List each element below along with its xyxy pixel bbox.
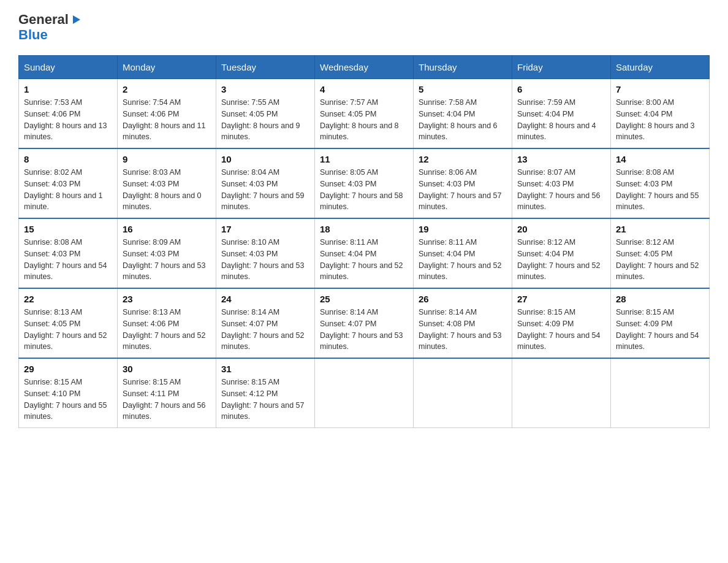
calendar-week-row: 1Sunrise: 7:53 AMSunset: 4:06 PMDaylight… — [19, 79, 710, 149]
day-number: 8 — [24, 154, 112, 164]
day-number: 16 — [123, 224, 211, 234]
day-number: 29 — [24, 364, 112, 374]
day-number: 30 — [123, 364, 211, 374]
day-info: Sunrise: 7:54 AMSunset: 4:06 PMDaylight:… — [123, 97, 211, 143]
day-of-week-header: Wednesday — [315, 56, 414, 79]
day-number: 20 — [517, 224, 605, 234]
day-of-week-header: Monday — [118, 56, 216, 79]
day-info: Sunrise: 8:10 AMSunset: 4:03 PMDaylight:… — [221, 237, 309, 283]
day-info: Sunrise: 7:55 AMSunset: 4:05 PMDaylight:… — [221, 97, 309, 143]
calendar-cell: 19Sunrise: 8:11 AMSunset: 4:04 PMDayligh… — [414, 218, 512, 288]
calendar-cell: 2Sunrise: 7:54 AMSunset: 4:06 PMDaylight… — [118, 79, 216, 149]
calendar-cell: 9Sunrise: 8:03 AMSunset: 4:03 PMDaylight… — [118, 148, 216, 218]
day-info: Sunrise: 8:04 AMSunset: 4:03 PMDaylight:… — [221, 167, 309, 213]
calendar-header-row: SundayMondayTuesdayWednesdayThursdayFrid… — [19, 56, 710, 79]
calendar-cell — [315, 358, 414, 428]
day-info: Sunrise: 8:00 AMSunset: 4:04 PMDaylight:… — [616, 97, 704, 143]
calendar-cell: 11Sunrise: 8:05 AMSunset: 4:03 PMDayligh… — [315, 148, 414, 218]
day-info: Sunrise: 7:57 AMSunset: 4:05 PMDaylight:… — [320, 97, 408, 143]
page-header: General Blue — [18, 12, 710, 43]
day-info: Sunrise: 8:15 AMSunset: 4:12 PMDaylight:… — [221, 377, 309, 423]
calendar-cell: 8Sunrise: 8:02 AMSunset: 4:03 PMDaylight… — [19, 148, 118, 218]
day-info: Sunrise: 7:53 AMSunset: 4:06 PMDaylight:… — [24, 97, 112, 143]
calendar-cell — [414, 358, 512, 428]
calendar-cell: 31Sunrise: 8:15 AMSunset: 4:12 PMDayligh… — [216, 358, 315, 428]
day-info: Sunrise: 8:14 AMSunset: 4:08 PMDaylight:… — [419, 307, 507, 353]
day-of-week-header: Thursday — [414, 56, 512, 79]
day-of-week-header: Friday — [512, 56, 611, 79]
day-number: 31 — [221, 364, 309, 374]
calendar-cell: 24Sunrise: 8:14 AMSunset: 4:07 PMDayligh… — [216, 288, 315, 358]
day-info: Sunrise: 8:13 AMSunset: 4:06 PMDaylight:… — [123, 307, 211, 353]
calendar-cell: 6Sunrise: 7:59 AMSunset: 4:04 PMDaylight… — [512, 79, 611, 149]
day-number: 28 — [616, 294, 704, 304]
day-number: 3 — [221, 84, 309, 94]
day-info: Sunrise: 8:15 AMSunset: 4:09 PMDaylight:… — [616, 307, 704, 353]
day-info: Sunrise: 8:06 AMSunset: 4:03 PMDaylight:… — [419, 167, 507, 213]
day-info: Sunrise: 8:08 AMSunset: 4:03 PMDaylight:… — [24, 237, 112, 283]
calendar-cell: 20Sunrise: 8:12 AMSunset: 4:04 PMDayligh… — [512, 218, 611, 288]
day-number: 21 — [616, 224, 704, 234]
calendar-cell: 10Sunrise: 8:04 AMSunset: 4:03 PMDayligh… — [216, 148, 315, 218]
day-info: Sunrise: 8:15 AMSunset: 4:11 PMDaylight:… — [123, 377, 211, 423]
day-info: Sunrise: 8:11 AMSunset: 4:04 PMDaylight:… — [419, 237, 507, 283]
calendar-cell: 28Sunrise: 8:15 AMSunset: 4:09 PMDayligh… — [611, 288, 710, 358]
day-number: 18 — [320, 224, 408, 234]
day-number: 26 — [419, 294, 507, 304]
day-info: Sunrise: 8:08 AMSunset: 4:03 PMDaylight:… — [616, 167, 704, 213]
day-number: 23 — [123, 294, 211, 304]
day-info: Sunrise: 8:03 AMSunset: 4:03 PMDaylight:… — [123, 167, 211, 213]
calendar-cell: 21Sunrise: 8:12 AMSunset: 4:05 PMDayligh… — [611, 218, 710, 288]
day-info: Sunrise: 8:11 AMSunset: 4:04 PMDaylight:… — [320, 237, 408, 283]
calendar-cell: 1Sunrise: 7:53 AMSunset: 4:06 PMDaylight… — [19, 79, 118, 149]
day-number: 5 — [419, 84, 507, 94]
svg-marker-0 — [73, 15, 80, 24]
day-number: 1 — [24, 84, 112, 94]
calendar-week-row: 15Sunrise: 8:08 AMSunset: 4:03 PMDayligh… — [19, 218, 710, 288]
day-info: Sunrise: 8:13 AMSunset: 4:05 PMDaylight:… — [24, 307, 112, 353]
day-info: Sunrise: 8:12 AMSunset: 4:04 PMDaylight:… — [517, 237, 605, 283]
calendar-cell: 7Sunrise: 8:00 AMSunset: 4:04 PMDaylight… — [611, 79, 710, 149]
logo: General Blue — [18, 12, 83, 43]
day-number: 10 — [221, 154, 309, 164]
day-number: 13 — [517, 154, 605, 164]
logo-blue: Blue — [18, 27, 48, 43]
day-info: Sunrise: 8:07 AMSunset: 4:03 PMDaylight:… — [517, 167, 605, 213]
day-number: 22 — [24, 294, 112, 304]
day-info: Sunrise: 8:09 AMSunset: 4:03 PMDaylight:… — [123, 237, 211, 283]
day-number: 9 — [123, 154, 211, 164]
day-info: Sunrise: 8:14 AMSunset: 4:07 PMDaylight:… — [320, 307, 408, 353]
day-number: 14 — [616, 154, 704, 164]
day-number: 15 — [24, 224, 112, 234]
day-of-week-header: Saturday — [611, 56, 710, 79]
day-info: Sunrise: 8:15 AMSunset: 4:10 PMDaylight:… — [24, 377, 112, 423]
calendar-cell: 18Sunrise: 8:11 AMSunset: 4:04 PMDayligh… — [315, 218, 414, 288]
day-info: Sunrise: 7:59 AMSunset: 4:04 PMDaylight:… — [517, 97, 605, 143]
day-number: 12 — [419, 154, 507, 164]
calendar-cell: 27Sunrise: 8:15 AMSunset: 4:09 PMDayligh… — [512, 288, 611, 358]
calendar-cell: 22Sunrise: 8:13 AMSunset: 4:05 PMDayligh… — [19, 288, 118, 358]
day-number: 27 — [517, 294, 605, 304]
day-number: 19 — [419, 224, 507, 234]
calendar-cell: 29Sunrise: 8:15 AMSunset: 4:10 PMDayligh… — [19, 358, 118, 428]
day-number: 6 — [517, 84, 605, 94]
calendar-week-row: 8Sunrise: 8:02 AMSunset: 4:03 PMDaylight… — [19, 148, 710, 218]
calendar-cell: 23Sunrise: 8:13 AMSunset: 4:06 PMDayligh… — [118, 288, 216, 358]
day-of-week-header: Tuesday — [216, 56, 315, 79]
calendar-cell: 3Sunrise: 7:55 AMSunset: 4:05 PMDaylight… — [216, 79, 315, 149]
calendar-cell: 26Sunrise: 8:14 AMSunset: 4:08 PMDayligh… — [414, 288, 512, 358]
calendar-cell: 5Sunrise: 7:58 AMSunset: 4:04 PMDaylight… — [414, 79, 512, 149]
day-info: Sunrise: 8:15 AMSunset: 4:09 PMDaylight:… — [517, 307, 605, 353]
day-number: 25 — [320, 294, 408, 304]
logo-general: General — [18, 12, 69, 27]
day-number: 2 — [123, 84, 211, 94]
day-number: 11 — [320, 154, 408, 164]
calendar-cell: 30Sunrise: 8:15 AMSunset: 4:11 PMDayligh… — [118, 358, 216, 428]
calendar-cell: 17Sunrise: 8:10 AMSunset: 4:03 PMDayligh… — [216, 218, 315, 288]
calendar-cell: 15Sunrise: 8:08 AMSunset: 4:03 PMDayligh… — [19, 218, 118, 288]
calendar-cell: 12Sunrise: 8:06 AMSunset: 4:03 PMDayligh… — [414, 148, 512, 218]
day-number: 24 — [221, 294, 309, 304]
day-number: 7 — [616, 84, 704, 94]
calendar-cell: 14Sunrise: 8:08 AMSunset: 4:03 PMDayligh… — [611, 148, 710, 218]
day-info: Sunrise: 8:12 AMSunset: 4:05 PMDaylight:… — [616, 237, 704, 283]
